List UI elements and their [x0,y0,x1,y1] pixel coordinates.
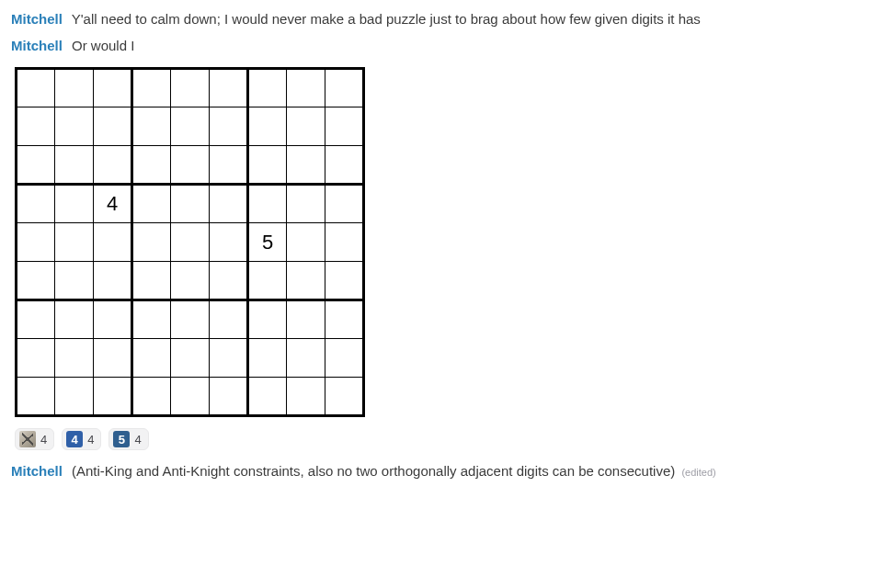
chat-message: Mitchell (Anti-King and Anti-Knight cons… [11,461,868,482]
reaction-count: 4 [87,434,94,446]
message-author[interactable]: Mitchell [11,463,63,479]
reaction-emoji-avatar [19,431,36,447]
edited-indicator: (edited) [681,467,715,478]
reaction-button[interactable]: 5 4 [108,428,148,450]
message-author[interactable]: Mitchell [11,11,63,27]
reaction-emoji-four: 4 [66,431,83,447]
reaction-count: 4 [134,434,141,446]
sudoku-given: 4 [94,185,132,223]
sudoku-given: 5 [248,223,287,262]
reaction-button[interactable]: 4 4 [62,428,101,450]
reaction-button[interactable]: 4 [15,428,54,450]
chat-message: Mitchell Or would I [11,36,868,57]
chat-message: Mitchell Y'all need to calm down; I woul… [11,9,868,30]
message-text: (Anti-King and Anti-Knight constraints, … [72,463,675,479]
reaction-bar: 4 4 4 5 4 [11,424,868,459]
message-text: Or would I [72,38,134,53]
message-text: Y'all need to calm down; I would never m… [72,11,701,27]
reaction-emoji-five: 5 [113,431,130,447]
sudoku-grid: 4 5 [15,67,365,417]
reaction-count: 4 [40,434,47,446]
sudoku-image[interactable]: 4 5 [11,62,868,424]
message-author[interactable]: Mitchell [11,38,63,53]
